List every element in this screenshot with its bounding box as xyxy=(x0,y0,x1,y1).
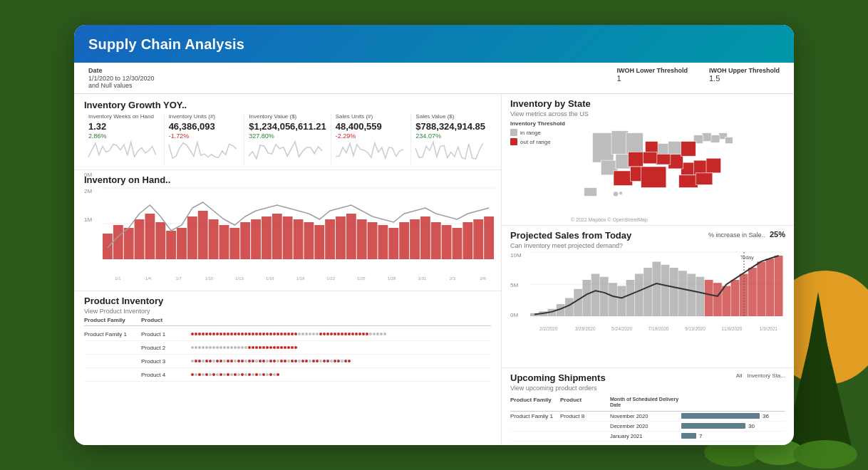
svg-rect-50 xyxy=(453,228,463,259)
header: Supply Chain Analysis xyxy=(74,25,794,63)
percent-value: 25% xyxy=(770,230,785,239)
inventory-dot xyxy=(209,360,212,362)
svg-rect-29 xyxy=(229,228,239,259)
metric-change: -2.29% xyxy=(336,132,407,140)
ship-col-date-header: Month of Scheduled Delivery Date xyxy=(610,397,681,409)
upcoming-shipments-subtitle: View upcoming product orders xyxy=(510,385,606,392)
svg-rect-77 xyxy=(614,171,633,186)
svg-rect-108 xyxy=(722,286,730,317)
inventory-dot xyxy=(266,373,269,376)
inventory-dot xyxy=(337,360,340,362)
ship-bar-cell: 7 xyxy=(681,433,785,439)
svg-rect-34 xyxy=(283,216,293,259)
metric-label: Sales Units (#) xyxy=(336,113,407,120)
inventory-dot xyxy=(219,333,222,335)
inventory-dot xyxy=(301,360,304,362)
proj-x-labels: 2/2/2020 3/29/2020 5/24/2020 7/19/2020 9… xyxy=(530,326,787,331)
svg-rect-61 xyxy=(706,158,721,173)
inventory-dot xyxy=(212,373,215,376)
product-dots xyxy=(191,370,491,380)
inventory-dot xyxy=(277,346,279,349)
inventory-dot xyxy=(216,360,219,362)
inventory-dot xyxy=(230,373,233,376)
inventory-dot xyxy=(337,333,340,335)
y-label-0m: 0M xyxy=(84,172,92,178)
inventory-dot xyxy=(262,346,265,349)
upper-threshold-label: IWOH Upper Threshold xyxy=(709,67,780,74)
svg-rect-53 xyxy=(484,216,494,259)
proj-y-0m: 0M xyxy=(510,312,518,318)
inventory-dot xyxy=(369,333,372,335)
svg-rect-39 xyxy=(336,216,346,259)
inventory-dot xyxy=(376,333,379,335)
inventory-dot xyxy=(323,333,326,335)
inventory-state-section: Inventory by State View metrics across t… xyxy=(502,94,794,226)
dashboard-container: Supply Chain Analysis Date 1/1/2020 to 1… xyxy=(74,25,794,445)
inventory-dot xyxy=(202,333,205,335)
upcoming-shipments-title: Upcoming Shipments xyxy=(510,372,606,383)
svg-rect-70 xyxy=(641,152,656,164)
inventory-dot xyxy=(330,360,333,362)
inventory-dot xyxy=(316,360,319,362)
inventory-dot xyxy=(383,333,386,335)
inventory-dot xyxy=(298,360,301,362)
inventory-dot xyxy=(294,333,297,335)
ship-product: Product 8 xyxy=(560,413,610,419)
inventory-dot xyxy=(262,373,265,376)
inventory-dot xyxy=(284,333,286,335)
inventory-dot xyxy=(212,333,215,335)
inventory-dot xyxy=(223,373,226,376)
inventory-dot xyxy=(255,373,258,376)
svg-rect-33 xyxy=(272,214,282,259)
inventory-dot xyxy=(219,346,222,349)
sparkline-svg xyxy=(169,141,240,162)
inventory-dot xyxy=(316,333,319,335)
proj-y-10m: 10M xyxy=(510,252,522,258)
inventory-dot xyxy=(237,360,240,362)
proj-y-5m: 5M xyxy=(510,282,518,288)
inventory-dot xyxy=(248,360,251,362)
inventory-dot xyxy=(280,346,283,349)
svg-rect-21 xyxy=(145,214,155,259)
svg-rect-35 xyxy=(294,219,304,259)
inventory-dot xyxy=(262,360,265,362)
inventory-dot xyxy=(191,360,194,362)
svg-rect-51 xyxy=(463,222,472,259)
metric-value: $788,324,914.85 xyxy=(415,121,487,132)
svg-rect-43 xyxy=(378,225,388,259)
inventory-dot xyxy=(277,360,279,362)
svg-rect-57 xyxy=(702,133,711,142)
inventory-dot xyxy=(287,346,290,349)
inventory-dot xyxy=(219,360,222,362)
inventory-dot xyxy=(241,373,244,376)
inventory-dot xyxy=(309,333,311,335)
projected-sales-title: Projected Sales from Today xyxy=(510,230,631,241)
inventory-dot xyxy=(198,360,201,362)
inventory-dot xyxy=(237,333,240,335)
threshold-filters: IWOH Lower Threshold 1 IWOH Upper Thresh… xyxy=(616,67,780,83)
svg-rect-114 xyxy=(775,256,783,316)
inventory-dot xyxy=(284,346,286,349)
inventory-dot xyxy=(269,360,272,362)
inventory-dot xyxy=(287,333,290,335)
svg-rect-45 xyxy=(399,222,409,259)
inventory-growth-title: Inventory Growth YOY.. xyxy=(84,100,491,110)
inventory-dot xyxy=(191,373,194,376)
svg-rect-113 xyxy=(766,258,775,316)
inventory-dot xyxy=(198,373,201,376)
inventory-dot xyxy=(202,373,205,376)
inventory-dot xyxy=(309,360,311,362)
metrics-row: Inventory Weeks on Hand 1.32 2.86% Inven… xyxy=(84,113,491,165)
inventory-dot xyxy=(262,333,265,335)
product-name: Product 2 xyxy=(141,345,191,351)
metric-change: -1.72% xyxy=(169,132,240,140)
ship-value: 7 xyxy=(699,433,702,439)
svg-rect-26 xyxy=(198,211,208,259)
map-legend: Inventory Threshold in range out of rang… xyxy=(510,120,565,222)
table-row: Product 3 xyxy=(84,355,491,368)
svg-rect-36 xyxy=(304,222,314,259)
upper-threshold-value: 1.5 xyxy=(709,74,780,83)
metric-change: 327.80% xyxy=(249,132,326,140)
ship-value: 30 xyxy=(748,423,755,429)
svg-rect-18 xyxy=(113,225,123,259)
